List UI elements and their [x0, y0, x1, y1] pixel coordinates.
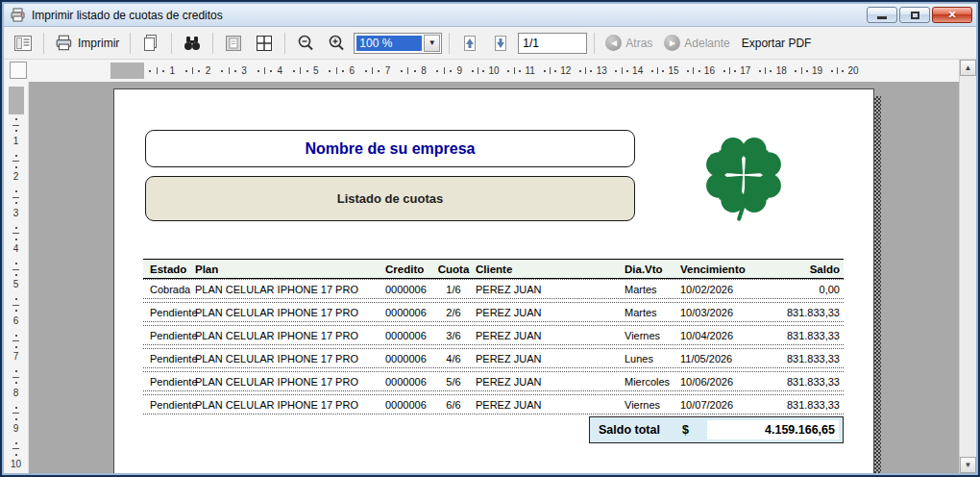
column-header: Cliente: [473, 264, 625, 275]
ruler-number: 5: [313, 66, 319, 76]
ruler-unit: 17: [719, 66, 754, 76]
ruler-tick: [765, 67, 766, 74]
ruler-number: 20: [847, 66, 858, 76]
table-cell: Pendiente: [143, 307, 191, 318]
previous-page-button[interactable]: [456, 31, 483, 56]
ruler-number: 10: [11, 460, 21, 469]
table-cell: 11/05/2026: [680, 353, 776, 364]
ruler-tick: [801, 67, 802, 74]
table-cell: PLAN CELULAR IPHONE 17 PRO: [191, 307, 383, 318]
ruler-tick: [365, 70, 367, 72]
ruler-tick: [15, 238, 17, 240]
table-cell: 0,00: [776, 284, 844, 295]
table-cell: PEREZ JUAN: [473, 399, 625, 411]
ruler-tick: [264, 67, 265, 74]
ruler-tick: [12, 413, 19, 414]
zoom-out-button[interactable]: [292, 31, 319, 56]
preview-canvas[interactable]: Nombre de su empresa Listado de cuotas: [29, 82, 959, 473]
ruler-unit: 7: [359, 66, 395, 76]
table-cell: PLAN CELULAR IPHONE 17 PRO: [191, 353, 383, 364]
forward-button[interactable]: ► Adelante: [660, 31, 733, 56]
zoom-level-value: 100 %: [356, 36, 422, 51]
zoom-in-button[interactable]: [323, 31, 350, 56]
ruler-tick: [15, 298, 17, 300]
app-window: Imprimir listado de cuotas de creditos ✕: [4, 4, 976, 473]
group-tree-icon: [13, 34, 33, 53]
ruler-unit: 6: [324, 66, 359, 76]
next-page-button[interactable]: [487, 31, 514, 56]
export-pdf-button[interactable]: Exportar PDF: [738, 31, 816, 56]
ruler-unit: 3: [12, 187, 19, 222]
window-title: Imprimir listado de cuotas de creditos: [32, 9, 867, 22]
ruler-tick: [651, 70, 653, 72]
print-button[interactable]: Imprimir: [51, 31, 123, 56]
ruler-number: 1: [169, 66, 175, 76]
ruler-tick: [472, 70, 474, 72]
table-cell: 831.833,33: [776, 307, 844, 318]
single-page-view-button[interactable]: [220, 31, 247, 56]
ruler-tick: [444, 67, 445, 74]
printer-icon: [10, 8, 27, 23]
minimize-icon: [877, 16, 887, 19]
table-cell: Martes: [625, 284, 680, 295]
ruler-tick: [221, 70, 223, 72]
table-row: PendientePLAN CELULAR IPHONE 17 PRO00000…: [143, 394, 844, 414]
table-cell: Miercoles: [625, 376, 680, 388]
close-button[interactable]: ✕: [932, 7, 972, 23]
ruler-tick: [12, 448, 19, 449]
table-cell: PEREZ JUAN: [473, 353, 625, 364]
ruler-tick: [407, 67, 408, 74]
ruler-unit: 2: [180, 66, 215, 76]
table-body: CobradaPLAN CELULAR IPHONE 17 PRO0000006…: [143, 279, 844, 414]
ruler-tick: [837, 67, 838, 74]
ruler-unit: 1: [12, 114, 19, 150]
scroll-down-button[interactable]: ▼: [960, 457, 976, 473]
ruler-tick: [329, 70, 331, 72]
report-page: Nombre de su empresa Listado de cuotas: [113, 88, 874, 473]
ruler-tick: [12, 340, 19, 341]
table-cell: PLAN CELULAR IPHONE 17 PRO: [191, 399, 383, 411]
report-subtitle-box: Listado de cuotas: [145, 176, 635, 221]
table-cell: 0000006: [383, 376, 434, 388]
ruler-margin-block: [9, 87, 24, 114]
toolbar-separator: [284, 33, 285, 54]
group-tree-button[interactable]: [10, 31, 37, 56]
ruler-tick: [12, 377, 19, 378]
ruler-tick: [15, 346, 17, 348]
ruler-unit: 9: [12, 402, 19, 438]
window-frame: Imprimir listado de cuotas de creditos ✕: [2, 2, 978, 475]
toolbar-separator: [171, 33, 172, 54]
table-cell: Pendiente: [143, 353, 191, 364]
vertical-scrollbar[interactable]: ▲ ▼: [959, 60, 976, 473]
titlebar[interactable]: Imprimir listado de cuotas de creditos ✕: [4, 4, 976, 27]
ruler-corner-box: [10, 62, 27, 79]
binoculars-icon: [183, 35, 202, 52]
page-indicator-input[interactable]: [518, 33, 587, 54]
minimize-button[interactable]: [867, 7, 897, 23]
table-cell: Lunes: [625, 353, 680, 364]
maximize-button[interactable]: [899, 7, 930, 23]
table-header-row: EstadoPlanCreditoCuotaClienteDia.VtoVenc…: [143, 259, 844, 279]
ruler-tick: [519, 70, 521, 72]
multi-page-view-button[interactable]: [251, 31, 278, 56]
table-cell: 10/06/2026: [680, 376, 776, 388]
copy-button[interactable]: [137, 31, 164, 56]
vertical-ruler: 12345678910: [4, 82, 29, 473]
zoom-level-combobox[interactable]: 100 % ▼: [354, 33, 442, 54]
ruler-unit: 9: [431, 66, 467, 76]
table-row: CobradaPLAN CELULAR IPHONE 17 PRO0000006…: [143, 279, 844, 299]
column-header: Plan: [191, 264, 383, 275]
ruler-tick: [478, 67, 478, 74]
ruler-unit: 5: [12, 259, 19, 294]
table-row: PendientePLAN CELULAR IPHONE 17 PRO00000…: [143, 371, 844, 391]
scroll-up-button[interactable]: ▲: [960, 60, 976, 76]
ruler-number: 7: [385, 66, 391, 76]
ruler-tick: [585, 67, 586, 74]
ruler-number: 4: [278, 66, 283, 76]
chevron-down-icon[interactable]: ▼: [424, 35, 440, 52]
ruler-tick: [759, 70, 761, 72]
ruler-unit: 18: [755, 66, 791, 76]
find-button[interactable]: [179, 31, 206, 56]
back-button[interactable]: ◄ Atras: [601, 31, 656, 56]
ruler-tick: [15, 442, 17, 444]
